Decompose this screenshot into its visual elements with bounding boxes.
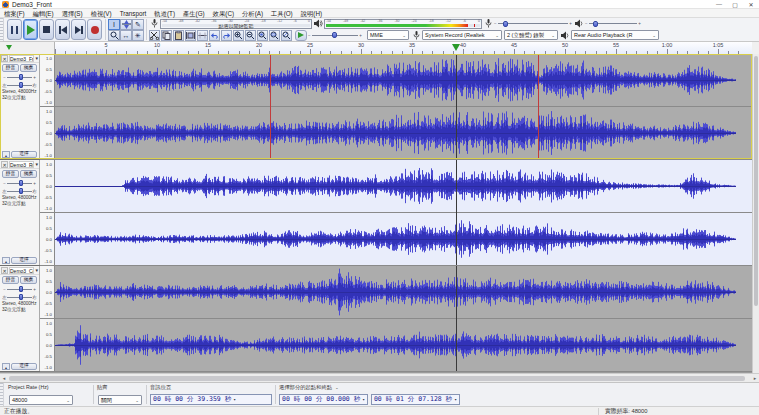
toolbar-grabber[interactable] (0, 18, 4, 41)
paste-button[interactable] (173, 30, 184, 41)
record-channels-combo[interactable]: 2 (立體聲) 錄製⌄ (504, 30, 558, 40)
audio-host-combo[interactable]: MME⌄ (367, 30, 409, 40)
record-volume-slider[interactable]: −+ (493, 19, 573, 29)
waveform[interactable] (55, 107, 752, 159)
playback-device-combo[interactable]: Rear Audio Playback (R⌄ (571, 30, 659, 40)
horizontal-scrollbar-thumb[interactable] (9, 376, 745, 381)
amplitude-ruler[interactable]: 1.00.50.0-0.5-1.0 (40, 266, 55, 318)
mute-button[interactable]: 靜音 (2, 276, 19, 284)
zoom-in-button[interactable] (233, 30, 244, 41)
amplitude-ruler[interactable]: 1.00.50.0-0.5-1.0 (40, 107, 55, 159)
menu-item[interactable]: 說明(H) (297, 9, 326, 18)
menu-item[interactable]: Transport (116, 9, 151, 18)
menu-item[interactable]: 分析(A) (238, 9, 267, 18)
selection-range-mode-chevron[interactable]: ⌄ (335, 385, 339, 390)
maximize-button[interactable]: ▢ (727, 0, 743, 9)
gain-slider[interactable]: −+ (0, 179, 39, 187)
copy-button[interactable] (161, 30, 172, 41)
playhead-triangle[interactable] (452, 44, 460, 51)
pan-slider[interactable]: 左右 (0, 187, 39, 195)
track-close-button[interactable]: ✕ (1, 267, 8, 274)
track-menu-button[interactable]: ▾ (35, 55, 39, 61)
collapse-button[interactable]: ▴ (2, 151, 10, 158)
track-name[interactable]: Demo3_Rear (9, 161, 34, 168)
clip-boundary-line[interactable] (538, 54, 539, 159)
amplitude-ruler[interactable]: 1.00.50.0-0.5-1.0 (40, 54, 55, 106)
multi-tool-button[interactable]: ✳ (132, 30, 144, 41)
envelope-tool-button[interactable] (120, 19, 132, 30)
track-name[interactable]: Demo3_Front (9, 55, 34, 62)
scroll-left-arrow[interactable]: ◂ (0, 375, 8, 381)
select-button[interactable]: 選擇 (11, 363, 37, 370)
horizontal-scrollbar[interactable]: ◂ ▸ (0, 373, 759, 382)
toolbar-grabber[interactable] (0, 383, 4, 406)
amplitude-ruler[interactable]: 1.00.50.0-0.5-1.0 (40, 160, 55, 212)
waveform[interactable] (55, 213, 752, 265)
vertical-scrollbar[interactable] (752, 54, 759, 373)
waveform[interactable] (55, 160, 752, 212)
pan-slider[interactable]: 左右 (0, 81, 39, 89)
waveform[interactable] (55, 266, 752, 318)
trim-audio-button[interactable] (185, 30, 196, 41)
record-button[interactable] (87, 19, 102, 40)
solo-button[interactable]: 獨奏 (20, 276, 37, 284)
gain-slider[interactable]: −+ (0, 73, 39, 81)
play-speed-slider[interactable]: −+ (307, 30, 363, 40)
waveform[interactable] (55, 319, 752, 371)
redo-button[interactable] (221, 30, 232, 41)
track-menu-button[interactable]: ▾ (35, 161, 39, 167)
track-menu-button[interactable]: ▾ (35, 267, 39, 273)
pause-button[interactable] (7, 19, 22, 40)
menu-item[interactable]: 檔案(F) (0, 9, 29, 18)
recording-meter[interactable]: -54-48-42-36-30-24-18-12-60 點選以開始監聽 (160, 19, 312, 29)
playback-meter[interactable]: -54-48-42-36-30-24-18-12-60 (324, 19, 482, 29)
menu-item[interactable]: 選擇(S) (58, 9, 87, 18)
skip-to-start-button[interactable] (55, 19, 70, 40)
zoom-toggle-button[interactable] (281, 30, 292, 41)
project-rate-combo[interactable]: 48000⌄ (9, 395, 73, 405)
gain-slider[interactable]: −+ (0, 285, 39, 293)
draw-tool-button[interactable]: ✎ (132, 19, 144, 30)
selection-start-field[interactable]: 00 時 00 分 00.000 秒▾ (279, 394, 368, 405)
play-button[interactable] (23, 19, 38, 40)
menu-item[interactable]: 工具(O) (267, 9, 297, 18)
waveform[interactable] (55, 54, 752, 106)
select-button[interactable]: 選擇 (11, 257, 37, 264)
timeline-ruler[interactable]: 5101520253035404550551:001:05 (55, 42, 752, 54)
solo-button[interactable]: 獨奏 (20, 64, 37, 72)
track-control-panel[interactable]: ✕ Demo3_Rear ▾ 靜音 獨奏 −+ 左右 Stereo, 48000… (0, 160, 40, 265)
collapse-button[interactable]: ▴ (2, 363, 10, 370)
undo-button[interactable] (209, 30, 220, 41)
select-button[interactable]: 選擇 (11, 151, 37, 158)
playback-volume-slider[interactable]: −+ (584, 19, 642, 29)
track-close-button[interactable]: ✕ (1, 55, 8, 62)
track-close-button[interactable]: ✕ (1, 161, 8, 168)
amplitude-ruler[interactable]: 1.00.50.0-0.5-1.0 (40, 213, 55, 265)
close-button[interactable]: ✕ (743, 0, 759, 9)
play-at-speed-button[interactable] (295, 30, 307, 41)
minimize-button[interactable]: — (711, 0, 727, 9)
audio-position-field[interactable]: 00 時 00 分 39.359 秒▾ (150, 394, 272, 405)
clip-boundary-line[interactable] (270, 54, 271, 159)
selection-tool-button[interactable]: I (108, 19, 120, 30)
track-name[interactable]: Demo3_Cent (9, 267, 34, 274)
zoom-out-button[interactable] (245, 30, 256, 41)
snap-combo[interactable]: 關閉⌄ (98, 395, 142, 405)
skip-to-end-button[interactable] (71, 19, 86, 40)
menu-item[interactable]: 軌道(T) (150, 9, 179, 18)
fit-selection-button[interactable] (257, 30, 268, 41)
record-device-combo[interactable]: System Record (Realtek⌄ (422, 30, 502, 40)
pan-slider[interactable]: 左右 (0, 293, 39, 301)
track-control-panel[interactable]: ✕ Demo3_Front ▾ 靜音 獨奏 −+ 左右 Stereo, 4800… (0, 54, 40, 159)
fit-project-button[interactable] (269, 30, 280, 41)
pinned-play-indicator[interactable] (6, 45, 12, 50)
mute-button[interactable]: 靜音 (2, 170, 19, 178)
collapse-button[interactable]: ▴ (2, 257, 10, 264)
selection-end-field[interactable]: 00 時 01 分 07.128 秒▾ (371, 394, 460, 405)
silence-audio-button[interactable] (197, 30, 208, 41)
menu-item[interactable]: 效果(C) (209, 9, 238, 18)
zoom-tool-button[interactable] (108, 30, 120, 41)
scroll-right-arrow[interactable]: ▸ (751, 375, 759, 381)
menu-item[interactable]: 編輯(E) (29, 9, 58, 18)
mute-button[interactable]: 靜音 (2, 64, 19, 72)
